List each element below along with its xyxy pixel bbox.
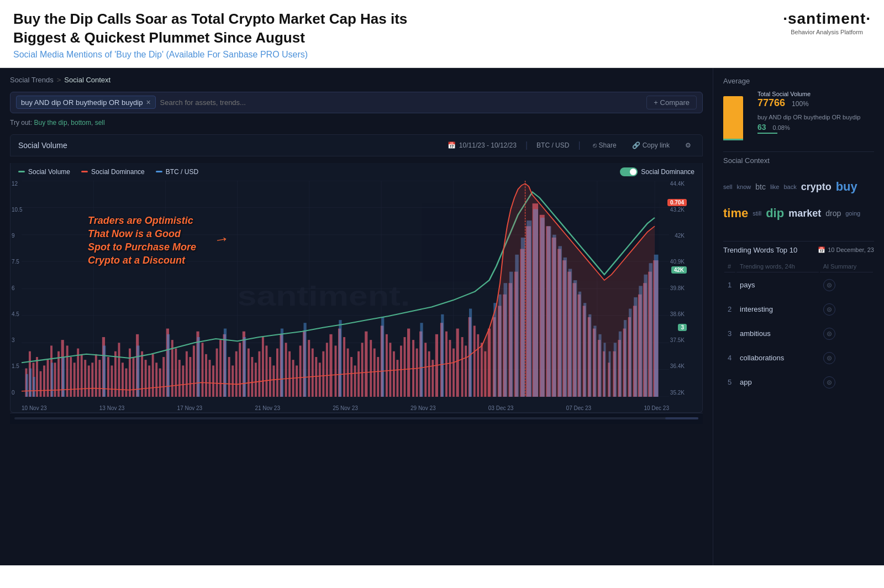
table-row: 4 collaborations ⊜	[724, 347, 873, 370]
table-row: 1 pays ⊜	[724, 274, 873, 297]
legend-social-dominance[interactable]: Social Dominance	[81, 168, 145, 176]
svg-rect-114	[386, 334, 388, 396]
avg-underline	[757, 133, 777, 134]
breadcrumb-social-trends[interactable]: Social Trends	[10, 76, 54, 84]
y-left-9: 9	[12, 233, 22, 239]
avg-total-value-row: 77766 100%	[757, 97, 874, 109]
svg-rect-181	[224, 328, 227, 396]
settings-button[interactable]: ⚙	[682, 140, 694, 150]
average-title: Average	[723, 77, 874, 85]
word-btc[interactable]: btc	[755, 179, 766, 195]
copy-link-button[interactable]: 🔗 Copy link	[629, 140, 673, 150]
summary-icon-5[interactable]: ⊜	[823, 376, 835, 389]
svg-rect-107	[357, 351, 360, 396]
svg-rect-69	[212, 365, 214, 397]
col-summary: AI Summary	[820, 261, 873, 272]
tryout-link-buythedip[interactable]: Buy the dip	[34, 119, 67, 127]
search-term-close-icon[interactable]: ×	[146, 98, 150, 107]
svg-rect-116	[393, 351, 395, 396]
word-time[interactable]: time	[723, 201, 748, 225]
brand-name: ·santiment·	[783, 10, 871, 28]
summary-icon-2[interactable]: ⊜	[823, 303, 835, 316]
trending-section: Trending Words Top 10 📅 10 December, 23 …	[723, 246, 874, 395]
tryout-link-sell[interactable]: sell	[95, 119, 105, 127]
legend-btc-usd[interactable]: BTC / USD	[156, 168, 198, 176]
summary-icon-3[interactable]: ⊜	[823, 328, 835, 340]
chart-currency[interactable]: BTC / USD	[536, 141, 569, 149]
legend-dot-social-volume	[18, 171, 25, 172]
breadcrumb-separator: >	[57, 76, 61, 84]
trending-header: Trending Words Top 10 📅 10 December, 23	[723, 246, 874, 254]
x-label-5: 29 Nov 23	[411, 405, 436, 411]
svg-rect-184	[303, 323, 306, 397]
row-2-summary: ⊜	[820, 298, 873, 321]
avg-bar-green	[723, 139, 743, 140]
word-going[interactable]: going	[845, 207, 860, 219]
svg-rect-176	[62, 357, 65, 397]
search-input[interactable]	[160, 98, 643, 107]
tryout-link-bottom[interactable]: bottom	[71, 119, 91, 127]
svg-rect-136	[473, 326, 476, 397]
x-label-1: 13 Nov 23	[99, 405, 125, 411]
header: Buy the Dip Calls Soar as Total Crypto M…	[0, 0, 884, 68]
avg-bar-wrapper	[723, 91, 746, 140]
y-axis-right: 44.4K 43.2K 42K 40.9K 39.8K 38.6K 37.5K …	[670, 181, 685, 396]
svg-rect-42	[110, 365, 113, 397]
word-market[interactable]: market	[788, 203, 821, 223]
badge-btc-price: 42K	[671, 266, 687, 274]
breadcrumb-current: Social Context	[64, 76, 110, 84]
svg-rect-117	[396, 360, 398, 397]
col-word: Trending words, 24h	[736, 261, 819, 272]
breadcrumb: Social Trends > Social Context	[10, 76, 703, 84]
word-know[interactable]: know	[737, 181, 751, 193]
svg-text:santiment.: santiment.	[238, 281, 411, 311]
row-2-word: interesting	[736, 298, 819, 321]
brand-subtitle: Behavior Analysis Platform	[791, 29, 863, 35]
compare-button[interactable]: + Compare	[646, 96, 697, 109]
scrollbar-thumb[interactable]	[665, 417, 698, 419]
scrollbar-track[interactable]	[14, 417, 698, 419]
copy-label: Copy link	[643, 141, 670, 149]
summary-icon-1[interactable]: ⊜	[823, 279, 835, 291]
svg-rect-182	[243, 337, 246, 397]
word-dip[interactable]: dip	[766, 201, 784, 225]
legend-label-social-volume: Social Volume	[28, 168, 70, 176]
svg-rect-180	[197, 337, 200, 397]
chart-scrollbar[interactable]	[10, 413, 703, 424]
legend-social-volume[interactable]: Social Volume	[18, 168, 70, 176]
chart-title: Social Volume	[18, 141, 67, 150]
article-subtitle: Social Media Mentions of 'Buy the Dip' (…	[13, 50, 772, 60]
header-left: Buy the Dip Calls Soar as Total Crypto M…	[13, 10, 772, 60]
summary-icon-4[interactable]: ⊜	[823, 352, 835, 364]
word-sell[interactable]: sell	[723, 181, 733, 193]
svg-rect-187	[420, 323, 423, 397]
word-buy[interactable]: buy	[836, 175, 857, 199]
annotation-line1: Traders are Optimistic	[88, 214, 196, 227]
svg-rect-105	[350, 357, 352, 397]
toggle-track[interactable]	[620, 167, 638, 176]
social-dominance-toggle[interactable]: Social Dominance	[620, 167, 694, 176]
svg-rect-82	[262, 337, 264, 397]
word-crypto[interactable]: crypto	[801, 177, 832, 197]
svg-rect-53	[152, 354, 154, 396]
main-layout: Social Trends > Social Context buy AND d…	[0, 68, 884, 565]
row-5-word: app	[736, 371, 819, 394]
svg-rect-174	[33, 377, 35, 397]
svg-rect-79	[251, 357, 253, 397]
y-left-10-5: 10.5	[12, 207, 22, 213]
share-button[interactable]: ⎋ Share	[590, 140, 620, 150]
word-still[interactable]: still	[753, 207, 761, 219]
word-drop[interactable]: drop	[825, 206, 841, 221]
svg-rect-70	[216, 348, 218, 396]
row-4-word: collaborations	[736, 347, 819, 370]
social-context-title: Social Context	[723, 156, 874, 165]
row-1-num: 1	[724, 274, 735, 297]
y-right-43: 43.2K	[670, 207, 685, 213]
word-like[interactable]: like	[770, 181, 780, 193]
trending-title: Trending Words Top 10	[723, 246, 797, 254]
svg-rect-56	[162, 357, 165, 397]
y-right-35: 35.2K	[670, 390, 685, 396]
table-row: 5 app ⊜	[724, 371, 873, 394]
search-term-tag[interactable]: buy AND dip OR buythedip OR buydip ×	[16, 96, 156, 109]
word-back[interactable]: back	[783, 181, 796, 193]
